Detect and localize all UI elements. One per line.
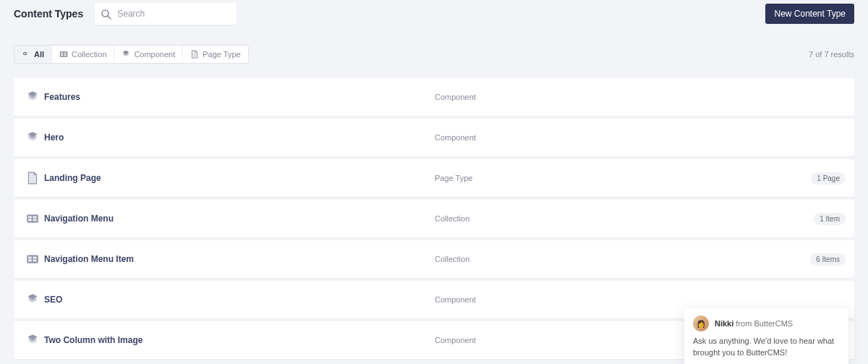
row-name: Features — [44, 92, 435, 102]
filter-label: Page Type — [203, 50, 240, 59]
filter-label: Component — [134, 50, 175, 59]
row-type: Component — [435, 295, 846, 304]
results-count: 7 of 7 results — [809, 50, 854, 59]
row-name: Navigation Menu — [44, 213, 435, 224]
count-badge: 6 Items — [810, 253, 846, 266]
table-row[interactable]: HeroComponent — [14, 119, 854, 156]
collection-icon — [59, 50, 68, 59]
table-row[interactable]: Navigation MenuCollection1 Item — [14, 200, 854, 237]
table-row[interactable]: FeaturesComponent — [14, 78, 854, 116]
row-type: Collection — [435, 214, 814, 223]
chat-sender-line: Nikki from ButterCMS — [715, 319, 793, 328]
link-icon — [22, 50, 30, 59]
new-content-type-button[interactable]: New Content Type — [765, 4, 854, 24]
filter-all[interactable]: All — [14, 46, 52, 63]
row-type: Page Type — [435, 174, 811, 182]
component-icon — [21, 293, 44, 306]
component-icon — [122, 50, 130, 59]
search-icon — [101, 9, 111, 20]
chat-sender-name: Nikki — [715, 319, 733, 328]
filter-collection[interactable]: Collection — [52, 46, 114, 63]
count-badge: 1 Page — [811, 172, 846, 185]
avatar: 👩 — [693, 316, 709, 331]
filter-page-type[interactable]: Page Type — [183, 46, 247, 63]
table-row[interactable]: Navigation Menu ItemCollection6 Items — [14, 240, 854, 278]
row-name: Landing Page — [44, 173, 435, 183]
collection-icon — [21, 212, 44, 225]
chat-widget[interactable]: 👩 Nikki from ButterCMS Ask us anything. … — [684, 308, 848, 364]
row-type: Collection — [435, 255, 810, 263]
page-icon — [21, 172, 44, 185]
component-icon — [21, 131, 44, 144]
chat-message: Ask us anything. We'd love to hear what … — [693, 336, 840, 358]
search-field[interactable] — [95, 3, 237, 25]
row-name: Hero — [44, 132, 435, 143]
page-title: Content Types — [14, 8, 83, 20]
search-input[interactable] — [117, 9, 231, 19]
row-name: Two Column with Image — [44, 335, 435, 345]
row-type: Component — [435, 93, 846, 101]
filter-label: All — [34, 50, 44, 59]
filter-component[interactable]: Component — [114, 46, 183, 63]
collection-icon — [21, 253, 44, 266]
filter-tabs: AllCollectionComponentPage Type — [14, 45, 249, 64]
row-name: Navigation Menu Item — [44, 254, 435, 264]
page-icon — [190, 50, 199, 59]
row-name: SEO — [44, 295, 435, 305]
table-row[interactable]: Landing PagePage Type1 Page — [14, 159, 854, 197]
filter-label: Collection — [72, 50, 106, 59]
chat-from-text: from ButterCMS — [736, 319, 793, 328]
row-type: Component — [435, 133, 846, 142]
component-icon — [21, 334, 44, 347]
component-icon — [21, 90, 44, 103]
count-badge: 1 Item — [814, 213, 846, 225]
